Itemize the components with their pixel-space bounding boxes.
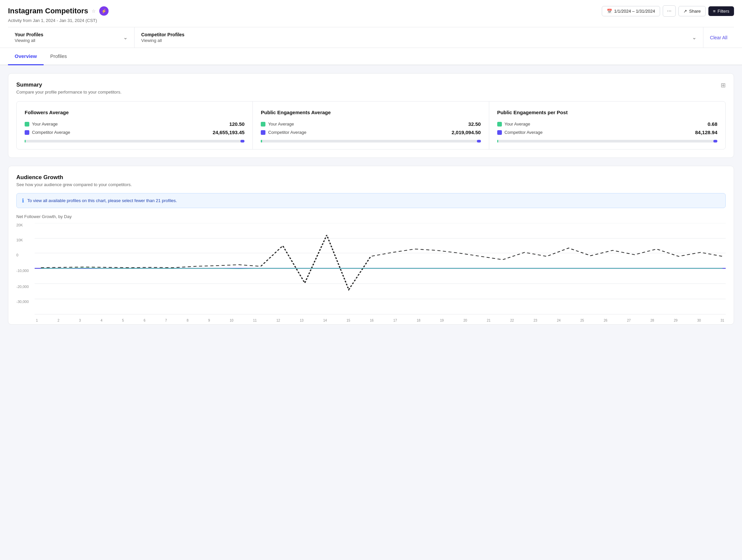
- summary-grid: Followers Average Your Average 120.50 Co…: [16, 101, 726, 150]
- engagements-average-cell: Public Engagements Average Your Average …: [253, 102, 489, 149]
- y-label-neg10k: -10,000: [16, 269, 29, 273]
- star-icon[interactable]: ☆: [92, 8, 96, 14]
- y-label-10k: 10K: [16, 238, 23, 242]
- x-label: 16: [370, 319, 374, 322]
- y-label-0: 0: [16, 253, 18, 257]
- x-label: 2: [58, 319, 60, 322]
- engagements-comp-row: Competitor Average 2,019,094.50: [261, 129, 481, 135]
- share-icon: ↗: [683, 9, 687, 14]
- your-average-dot: [24, 122, 29, 126]
- eng-per-post-comp-row: Competitor Average 84,128.94: [497, 129, 718, 135]
- page-header: Instagram Competitors ☆ ⚡ 📅 1/1/2024 – 1…: [0, 0, 742, 48]
- tab-profiles[interactable]: Profiles: [44, 48, 73, 65]
- engagements-comp-label: Competitor Average: [268, 130, 306, 135]
- title-row: Instagram Competitors ☆ ⚡: [8, 6, 109, 16]
- x-label: 4: [101, 319, 103, 322]
- x-label: 6: [144, 319, 146, 322]
- x-label: 24: [557, 319, 561, 322]
- x-label: 10: [230, 319, 233, 322]
- chart-label: Net Follower Growth, by Day: [16, 214, 726, 219]
- header-top: Instagram Competitors ☆ ⚡ 📅 1/1/2024 – 1…: [8, 5, 734, 17]
- engagements-your-row: Your Average 32.50: [261, 121, 481, 127]
- x-label: 23: [533, 319, 537, 322]
- page-title: Instagram Competitors: [8, 7, 88, 15]
- summary-subtitle: Compare your profile performance to your…: [16, 90, 121, 95]
- your-profiles-filter[interactable]: Your Profiles Viewing all ⌄: [8, 27, 135, 48]
- date-range-label: 1/1/2024 – 1/31/2024: [614, 9, 655, 14]
- calendar-icon: 📅: [607, 9, 612, 14]
- x-label: 29: [674, 319, 677, 322]
- bolt-icon[interactable]: ⚡: [99, 6, 109, 16]
- y-label-neg20k: -20,000: [16, 285, 29, 289]
- y-label-20k: 20K: [16, 223, 23, 227]
- x-label: 20: [464, 319, 467, 322]
- page-subtitle: Activity from Jan 1, 2024 - Jan 31, 2024…: [8, 18, 734, 23]
- main-content: Summary Compare your profile performance…: [0, 65, 742, 333]
- x-label: 27: [627, 319, 631, 322]
- x-label: 26: [604, 319, 607, 322]
- audience-subtitle: See how your audience grew compared to y…: [16, 182, 726, 187]
- followers-title: Followers Average: [24, 110, 245, 115]
- x-label: 30: [697, 319, 701, 322]
- followers-your-value: 120.50: [229, 121, 245, 127]
- engagements-per-post-cell: Public Engagements per Post Your Average…: [489, 102, 725, 149]
- x-label: 18: [417, 319, 420, 322]
- x-label: 9: [208, 319, 210, 322]
- info-banner-text: To view all available profiles on this c…: [27, 198, 177, 203]
- chevron-down-icon-2: ⌄: [692, 34, 696, 41]
- your-profiles-label: Your Profiles: [15, 32, 43, 37]
- x-label: 13: [300, 319, 303, 322]
- filter-icon: ≡: [713, 9, 716, 14]
- x-label: 12: [276, 319, 280, 322]
- date-range-button[interactable]: 📅 1/1/2024 – 1/31/2024: [602, 6, 660, 16]
- epp-comp-dot: [497, 130, 502, 135]
- y-axis: 20K 10K 0 -10,000 -20,000 -30,000: [16, 223, 35, 316]
- eng-per-post-your-label: Your Average: [505, 121, 530, 126]
- x-label: 3: [79, 319, 81, 322]
- header-actions: 📅 1/1/2024 – 1/31/2024 ··· ↗ Share ≡ Fil…: [602, 5, 734, 17]
- eng-per-post-comp-label: Competitor Average: [505, 130, 543, 135]
- x-axis: 1 2 3 4 5 6 7 8 9 10 11 12 13 14 15 16 1: [35, 319, 726, 322]
- tab-overview[interactable]: Overview: [8, 48, 44, 65]
- info-icon: ℹ: [22, 198, 24, 204]
- competitor-profiles-label: Competitor Profiles: [141, 32, 184, 37]
- more-options-button[interactable]: ···: [663, 5, 676, 17]
- engagements-title: Public Engagements Average: [261, 110, 481, 115]
- grid-icon[interactable]: ⊞: [721, 81, 726, 89]
- x-label: 15: [347, 319, 350, 322]
- summary-card-header: Summary Compare your profile performance…: [16, 81, 726, 95]
- x-label: 11: [253, 319, 257, 322]
- followers-comp-value: 24,655,193.45: [212, 129, 245, 135]
- chart-svg-area: 1 2 3 4 5 6 7 8 9 10 11 12 13 14 15 16 1: [35, 223, 726, 316]
- filters-button[interactable]: ≡ Filters: [708, 6, 734, 16]
- x-label: 21: [487, 319, 490, 322]
- x-label: 1: [36, 319, 38, 322]
- engagements-comp-value: 2,019,094.50: [452, 129, 481, 135]
- engagements-your-label: Your Average: [268, 121, 294, 126]
- x-label: 14: [323, 319, 327, 322]
- clear-all-link[interactable]: Clear All: [703, 30, 734, 45]
- x-label: 25: [580, 319, 584, 322]
- engagements-your-value: 32.50: [468, 121, 481, 127]
- chart-container: 20K 10K 0 -10,000 -20,000 -30,000: [16, 223, 726, 316]
- line-chart-svg: [35, 223, 726, 316]
- x-label: 19: [440, 319, 443, 322]
- summary-card: Summary Compare your profile performance…: [8, 73, 734, 158]
- competitor-profiles-filter[interactable]: Competitor Profiles Viewing all ⌄: [135, 27, 703, 48]
- followers-comp-row: Competitor Average 24,655,193.45: [24, 129, 245, 135]
- audience-title: Audience Growth: [16, 174, 726, 181]
- eng-comp-dot: [261, 130, 265, 135]
- share-button[interactable]: ↗ Share: [678, 6, 706, 16]
- followers-progress-bar: [24, 140, 245, 143]
- y-label-neg30k: -30,000: [16, 300, 29, 303]
- summary-title: Summary: [16, 81, 121, 88]
- your-profiles-sub: Viewing all: [15, 38, 43, 43]
- followers-your-row: Your Average 120.50: [24, 121, 245, 127]
- x-label: 7: [165, 319, 167, 322]
- x-label: 22: [510, 319, 514, 322]
- competitor-profiles-sub: Viewing all: [141, 38, 184, 43]
- x-label: 31: [721, 319, 724, 322]
- x-label: 8: [187, 319, 189, 322]
- chevron-down-icon: ⌄: [123, 34, 127, 41]
- eng-your-dot: [261, 122, 265, 126]
